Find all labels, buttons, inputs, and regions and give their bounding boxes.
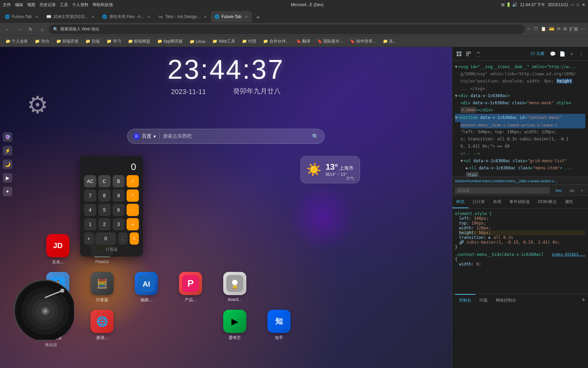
styles-tab-events[interactable]: 事件侦听器 xyxy=(505,196,534,208)
calc-3[interactable]: 3 xyxy=(113,218,125,230)
calc-4[interactable]: 4 xyxy=(84,204,96,216)
tab-close-btn[interactable]: ✕ xyxy=(35,15,38,19)
sidebar-icon-5[interactable]: ✦ xyxy=(3,187,12,196)
bottom-tab-issues[interactable]: 问题 xyxy=(475,294,492,306)
tab-flex[interactable]: 🌐 弹性布局 Flex - A... ✕ xyxy=(99,11,154,22)
dt-responsive-btn[interactable]: 📱 xyxy=(474,50,482,58)
calc-minus[interactable]: - xyxy=(127,204,139,216)
dt-sources-btn[interactable]: 📄 xyxy=(558,50,566,58)
bottom-tab-network-console[interactable]: 网络控制台 xyxy=(492,294,520,306)
styles-tab-active[interactable]: 样式 xyxy=(452,196,469,208)
calc-1[interactable]: 1 xyxy=(84,218,96,230)
app-secret[interactable]: AI 秘路... xyxy=(129,272,163,303)
bookmark-stock[interactable]: 🔖 国际股市... xyxy=(314,37,346,46)
calc-7[interactable]: 7 xyxy=(84,189,96,202)
dt-inspect-btn[interactable] xyxy=(455,50,463,58)
calc-equal[interactable]: = xyxy=(130,232,139,245)
app-iqiyi[interactable]: ▶ 爱奇艺 xyxy=(218,310,252,341)
calc-b[interactable]: B xyxy=(113,175,125,187)
styles-filter-input[interactable] xyxy=(455,187,550,194)
window-maximize[interactable]: □ xyxy=(577,2,579,7)
app-product[interactable]: P 产品... xyxy=(174,272,208,303)
bookmark-more[interactable]: 📁 其... xyxy=(380,37,399,46)
calc-9[interactable]: 9 xyxy=(113,189,125,202)
cls-toggle[interactable]: .cls xyxy=(567,188,576,193)
weather-widget[interactable]: ☀️ 13° 上海市 晴14° ~ 13° 天气 xyxy=(300,156,360,183)
menu-profile[interactable]: 个人资料 xyxy=(72,2,88,8)
dom-flex-badge[interactable]: flex xyxy=(466,172,478,177)
search-placeholder[interactable]: 搜索点东西吧 xyxy=(163,133,309,139)
dom-arrow-li[interactable]: ▶ xyxy=(466,165,468,171)
tab-future1[interactable]: 🌐 Future-Tab ✕ xyxy=(1,11,42,22)
app-board[interactable]: 😀 board... xyxy=(218,272,252,303)
calc-plus[interactable]: + xyxy=(127,218,139,230)
styles-tab-properties[interactable]: 属性 xyxy=(561,196,577,208)
sidebar-icon-2[interactable]: ⚡ xyxy=(3,146,12,155)
star-icon[interactable]: ☆ xyxy=(527,26,531,32)
dom-arrow-section[interactable]: ▼ xyxy=(455,114,457,121)
menu-history[interactable]: 历史记录 xyxy=(39,2,56,8)
calc-dot[interactable]: . xyxy=(118,232,128,245)
sidebar-icon-3[interactable]: 🌙 xyxy=(3,159,12,169)
collections-icon[interactable]: 📋 xyxy=(541,26,546,32)
styles-tab-layout[interactable]: 布局 xyxy=(489,196,505,208)
bookmark-translate[interactable]: 🔖 翻译 xyxy=(293,37,313,46)
address-bar[interactable]: 🔍 搜索或输入 Web 地址 xyxy=(49,25,525,34)
calc-ac[interactable]: AC xyxy=(84,175,96,187)
dt-picker-btn[interactable] xyxy=(464,50,473,58)
menu-help[interactable]: 帮助和反馈 xyxy=(93,2,113,8)
bookmark-app[interactable]: 📁 App网页版 xyxy=(154,37,185,46)
calc-divide[interactable]: / xyxy=(127,175,139,187)
sidebar-icon-4[interactable]: ▶ xyxy=(3,173,12,183)
calc-c[interactable]: C xyxy=(98,175,111,187)
menu-file[interactable]: 文件 xyxy=(3,2,11,8)
breadcrumb-text[interactable]: section#context-menu.context-menu__hide.… xyxy=(455,179,558,183)
tab-future2[interactable]: 🌐 Future-Tab ✕ xyxy=(211,11,252,22)
tab-close-btn[interactable]: ✕ xyxy=(147,15,150,19)
calc-plus-2[interactable]: + xyxy=(84,232,94,245)
music-player[interactable]: 播放器 xyxy=(14,279,88,348)
dom-arrow-svg[interactable]: ▼ xyxy=(455,64,457,70)
bookmark-email[interactable]: 📁 邮箱网盘 xyxy=(125,37,153,46)
refresh-icon[interactable]: ⟳ xyxy=(557,26,561,32)
sidebar-icon-1[interactable]: 🔮 xyxy=(3,132,12,142)
bookmark-todo[interactable]: 📁 待办 xyxy=(32,37,52,46)
hov-toggle[interactable]: :hov xyxy=(553,188,564,193)
menu-edit[interactable]: 编辑 xyxy=(15,2,23,8)
more-icon[interactable]: ⋯ xyxy=(581,26,585,32)
bookmark-linux[interactable]: 📁 Linux xyxy=(187,37,208,46)
css-source-link[interactable]: index-6916b1... xyxy=(552,252,585,257)
menu-tools[interactable]: 工具 xyxy=(60,2,68,8)
dt-plus-btn[interactable]: + xyxy=(568,50,576,58)
styles-tab-computed[interactable]: 已计算 xyxy=(469,196,489,208)
dt-more-btn[interactable]: ⋮ xyxy=(577,50,585,58)
window-close[interactable]: ✕ xyxy=(582,2,585,7)
wallet-icon[interactable]: 💳 xyxy=(549,26,554,32)
devtools-dom[interactable]: ▼ <svg id="__svg__icons__dom__" xmlns="h… xyxy=(452,61,588,177)
styles-tab-dombreakpoints[interactable]: DOM 断点 xyxy=(534,196,561,208)
bookmark-component[interactable]: 🔖 组件世界... xyxy=(347,37,378,46)
calc-2[interactable]: 2 xyxy=(98,218,111,230)
tab-antd[interactable]: 🐜 Tabs - Ant Design... ✕ xyxy=(154,11,210,22)
refresh-button[interactable]: ↻ xyxy=(26,25,35,34)
bookmark-study[interactable]: 📁 学习 xyxy=(104,37,124,46)
forward-button[interactable]: → xyxy=(14,25,24,34)
calc-8[interactable]: 8 xyxy=(98,189,111,202)
new-tab-button[interactable]: + xyxy=(252,13,263,22)
tab-close-btn[interactable]: ✕ xyxy=(204,15,207,19)
app-jd[interactable]: JD 京东... xyxy=(41,234,75,265)
search-engine-selector[interactable]: 百 百度 ▾ xyxy=(133,133,160,140)
dt-elements-label[interactable]: ⟨/⟩ 元素 xyxy=(528,51,547,57)
search-submit-btn[interactable]: 🔍 xyxy=(312,133,319,140)
window-minimize[interactable]: ─ xyxy=(571,2,574,7)
app-calc[interactable]: 🧮 计算器 xyxy=(85,272,119,303)
bookmark-frontend[interactable]: 📁 前端开发 xyxy=(53,37,81,46)
bookmark-proxy[interactable]: 📁 代理 xyxy=(239,37,259,46)
bookmark-personal[interactable]: 📁 个人业务 xyxy=(3,37,31,46)
dom-arrow-div[interactable]: ▼ xyxy=(455,93,457,99)
calc-0[interactable]: 0 xyxy=(96,232,116,245)
dom-arrow-ul[interactable]: ▼ xyxy=(460,158,463,164)
tab-close-btn[interactable]: ✕ xyxy=(92,15,95,19)
calc-5[interactable]: 5 xyxy=(98,204,111,216)
app-weibo[interactable]: 🌐 新浪... xyxy=(85,310,119,341)
